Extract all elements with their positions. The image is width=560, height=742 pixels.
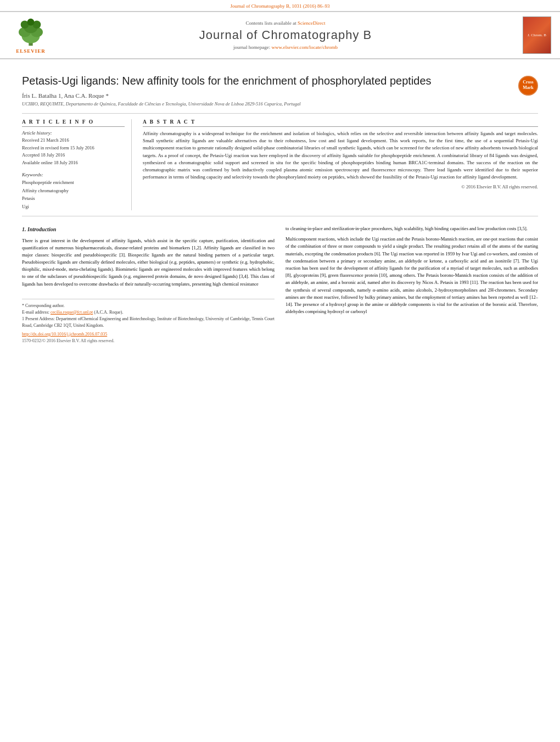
corresponding-author: * Corresponding author. — [22, 303, 275, 309]
article-title: Petasis-Ugi ligands: New affinity tools … — [22, 74, 513, 88]
keyword-2: Affinity chromatography — [22, 187, 125, 194]
cover-thumbnail: J. Chrom. B — [523, 16, 551, 54]
abstract-text: Affinity chromatography is a widespread … — [143, 130, 538, 181]
article-info-abstract-section: A R T I C L E I N F O Article history: R… — [22, 119, 538, 216]
body-two-col: 1. Introduction There is great interest … — [22, 225, 538, 344]
intro-para3-text: Multicomponent reactions, which include … — [285, 236, 538, 314]
abstract-column: A B S T R A C T Affinity chromatography … — [143, 119, 538, 210]
journal-name: Journal of Chromatography B — [58, 28, 513, 42]
article-title-section: Petasis-Ugi ligands: New affinity tools … — [22, 68, 538, 114]
keyword-4: Ugi — [22, 203, 125, 210]
journal-homepage: journal homepage: www.elsevier.com/locat… — [58, 44, 513, 50]
journal-citation-bar: Journal of Chromatography B, 1031 (2016)… — [0, 0, 560, 11]
abstract-label: A B S T R A C T — [143, 119, 538, 127]
accepted-date: Accepted 18 July 2016 — [22, 152, 125, 159]
email-name: (A.C.A. Roque). — [94, 310, 123, 315]
svg-text:Cross: Cross — [523, 80, 533, 85]
article-info-column: A R T I C L E I N F O Article history: R… — [22, 119, 132, 210]
authors-text: Íris L. Batalha 1, Ana C.A. Roque * — [22, 92, 109, 99]
sciencedirect-link: Contents lists available at ScienceDirec… — [58, 20, 513, 26]
svg-point-7 — [27, 18, 35, 25]
svg-text:Mark: Mark — [523, 85, 534, 90]
revised-date: Received in revised form 15 July 2016 — [22, 144, 125, 152]
journal-citation: Journal of Chromatography B, 1031 (2016)… — [230, 3, 329, 9]
body-right-col: to cleaning-in-place and sterilization-i… — [285, 225, 538, 344]
keyword-3: Petasis — [22, 194, 125, 202]
authors: Íris L. Batalha 1, Ana C.A. Roque * — [22, 92, 513, 99]
copyright-line: © 2016 Elsevier B.V. All rights reserved… — [143, 184, 538, 189]
corresponding-label: * Corresponding author. — [22, 303, 65, 308]
issn-line: 1570-0232/© 2016 Elsevier B.V. All right… — [22, 338, 275, 344]
journal-header: ELSEVIER Contents lists available at Sci… — [0, 11, 560, 59]
email-line: E-mail address: cecilia.roque@fct.unl.pt… — [22, 309, 275, 316]
article-history-label: Article history: — [22, 130, 125, 136]
crossmark-icon: Cross Mark — [518, 76, 538, 96]
body-left-col: 1. Introduction There is great interest … — [22, 225, 275, 344]
page-wrapper: Journal of Chromatography B, 1031 (2016)… — [0, 0, 560, 742]
received-date: Received 21 March 2016 — [22, 137, 125, 144]
affiliation: UCIBIO, REQUIMTE, Departamento de Químic… — [22, 101, 513, 107]
email-link[interactable]: cecilia.roque@fct.unl.pt — [51, 310, 93, 315]
footnote1: 1 Present Address: Department ofChemical… — [22, 316, 275, 329]
keywords-list: Phosphopeptide enrichment Affinity chrom… — [22, 178, 125, 210]
intro-para1-text: There is great interest in the developme… — [22, 238, 275, 287]
journal-cover-image: J. Chrom. B — [518, 16, 551, 54]
online-date: Available online 18 July 2016 — [22, 159, 125, 167]
sciencedirect-link-text[interactable]: ScienceDirect — [298, 20, 325, 26]
intro-para1: There is great interest in the developme… — [22, 237, 275, 288]
elsevier-tree-icon — [14, 17, 47, 47]
keyword-1: Phosphopeptide enrichment — [22, 178, 125, 186]
journal-title-block: Contents lists available at ScienceDirec… — [58, 20, 513, 50]
article-title-text: Petasis-Ugi ligands: New affinity tools … — [22, 74, 513, 109]
homepage-url[interactable]: www.elsevier.com/locate/chromb — [272, 44, 338, 50]
footer-section: * Corresponding author. E-mail address: … — [22, 299, 275, 345]
intro-para3: Multicomponent reactions, which include … — [285, 236, 538, 315]
elsevier-wordmark: ELSEVIER — [16, 48, 46, 54]
article-info-label: A R T I C L E I N F O — [22, 119, 125, 127]
homepage-label: journal homepage: — [233, 44, 270, 50]
elsevier-logo: ELSEVIER — [9, 17, 53, 54]
intro-para2: to cleaning-in-place and sterilization-i… — [285, 225, 538, 232]
doi-line: http://dx.doi.org/10.1016/j.jchromb.2016… — [22, 331, 275, 338]
article-dates: Received 21 March 2016 Received in revis… — [22, 137, 125, 166]
cover-text: J. Chrom. B — [528, 33, 546, 37]
doi-link[interactable]: http://dx.doi.org/10.1016/j.jchromb.2016… — [22, 332, 107, 337]
article-content: Petasis-Ugi ligands: New affinity tools … — [0, 59, 560, 354]
intro-para2-text: to cleaning-in-place and sterilization-i… — [285, 226, 528, 231]
abstract-paragraph: Affinity chromatography is a widespread … — [143, 130, 538, 181]
contents-text: Contents lists available at — [246, 20, 296, 26]
email-label: E-mail address: — [22, 310, 49, 315]
crossmark-badge: Cross Mark — [518, 76, 538, 96]
intro-heading: 1. Introduction — [22, 225, 275, 234]
keywords-label: Keywords: — [22, 172, 125, 177]
